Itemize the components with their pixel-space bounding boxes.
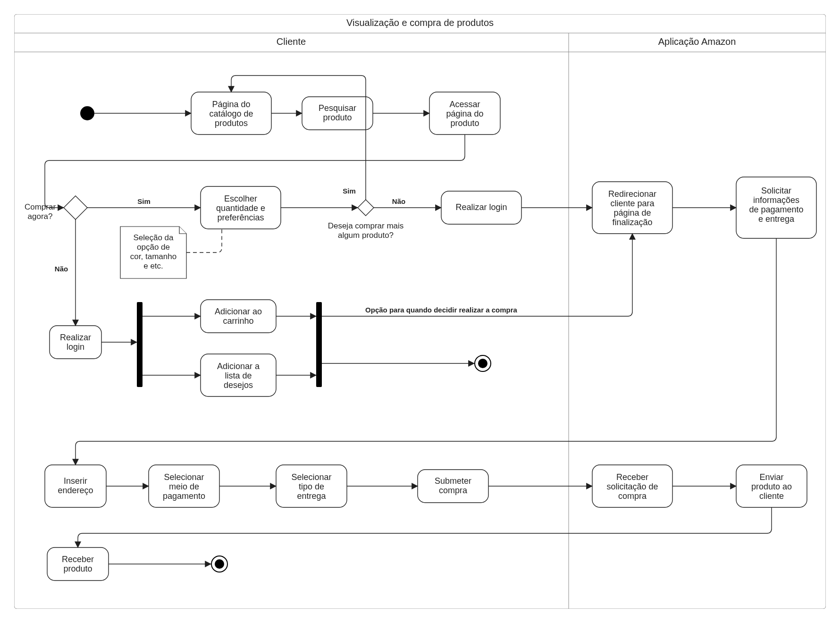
activity-catalogo: Página docatálogo deprodutos [191, 92, 271, 135]
svg-point-43 [215, 559, 224, 569]
edge-note-escolher [186, 229, 222, 253]
edge-join-redirecionar [322, 234, 632, 316]
note-selecao: Seleção daopção decor, tamanhoe etc. [120, 227, 186, 278]
activity-enviar-produto: Enviarproduto aocliente [736, 465, 807, 507]
activity-selecionar-meio: Selecionarmeio depagamento [149, 465, 219, 507]
label-opcao-compra: Opção para quando decidir realizar a com… [365, 306, 517, 314]
activity-receber-produto: Receberproduto [47, 547, 109, 581]
svg-text:Selecionarmeio depagamento: Selecionarmeio depagamento [163, 472, 205, 501]
svg-text:Acessarpágina doproduto: Acessarpágina doproduto [446, 100, 483, 128]
activity-login-bottom: Realizarlogin [50, 326, 101, 359]
lane-cliente-title: Cliente [277, 36, 306, 47]
join-bar [316, 302, 322, 387]
activity-redirecionar: Redirecionarcliente parapágina definaliz… [592, 182, 672, 234]
activity-escolher: Escolherquantidade epreferências [201, 186, 281, 229]
pool-title: Visualização e compra de produtos [346, 17, 494, 28]
label-sim-2: Sim [343, 187, 356, 195]
activity-selecionar-tipo: Selecionartipo deentrega [276, 465, 347, 507]
svg-point-27 [478, 359, 487, 368]
activity-add-carrinho: Adicionar aocarrinho [201, 300, 276, 333]
initial-node [80, 106, 94, 120]
activity-diagram: Visualização e compra de produtos Client… [14, 14, 826, 609]
activity-pesquisar: Pesquisarproduto [302, 97, 373, 130]
svg-text:Pesquisarproduto: Pesquisarproduto [319, 103, 356, 122]
lane-aplicacao-title: Aplicação Amazon [658, 36, 736, 47]
decision-comprar-agora: Compraragora? [25, 196, 87, 221]
svg-text:Receberproduto: Receberproduto [62, 555, 94, 573]
activity-submeter: Submetercompra [418, 470, 488, 503]
activity-receber-solicitacao: Recebersolicitação decompra [592, 465, 672, 507]
label-nao-2: Não [55, 265, 68, 273]
final-node-1 [475, 355, 491, 371]
svg-text:Compraragora?: Compraragora? [25, 202, 56, 221]
svg-text:Realizar login: Realizar login [455, 202, 507, 212]
svg-text:Submetercompra: Submetercompra [435, 476, 471, 495]
svg-text:Redirecionarcliente parapágina: Redirecionarcliente parapágina definaliz… [608, 189, 656, 227]
label-sim-1: Sim [137, 197, 151, 205]
activity-acessar: Acessarpágina doproduto [429, 92, 500, 135]
activity-add-desejos: Adicionar alista dedesejos [201, 354, 276, 396]
activity-solicitar-info: Solicitarinformaçõesde pagamentoe entreg… [736, 177, 816, 238]
edge-enviar-receberproduto [78, 507, 772, 547]
label-nao-1: Não [392, 197, 405, 205]
svg-text:Deseja comprar maisalgum produ: Deseja comprar maisalgum produto? [328, 221, 404, 240]
activity-login-top: Realizar login [441, 191, 521, 224]
svg-text:Página docatálogo deprodutos: Página docatálogo deprodutos [209, 100, 253, 128]
fork-bar [137, 302, 143, 387]
activity-inserir-endereco: Inserirendereço [45, 465, 106, 507]
final-node-2 [211, 556, 227, 572]
decision-deseja-mais: Deseja comprar maisalgum produto? [328, 200, 404, 240]
